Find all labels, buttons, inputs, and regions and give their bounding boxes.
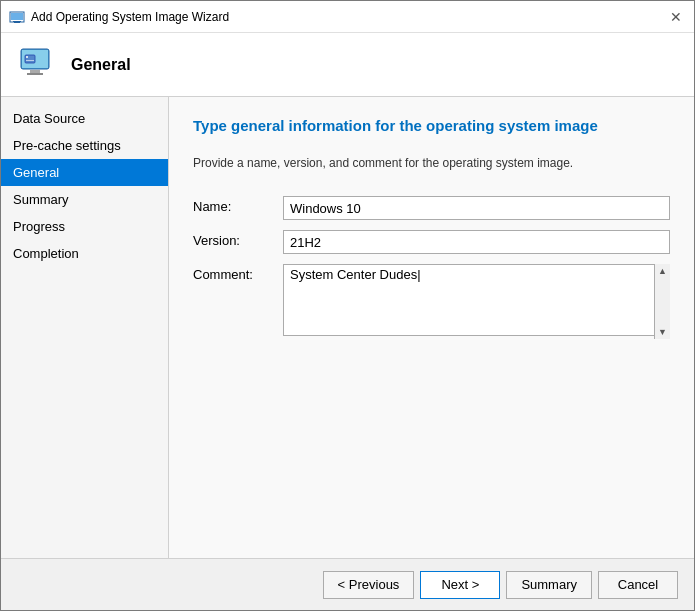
name-input[interactable] [283,196,670,220]
footer: < Previous Next > Summary Cancel [1,558,694,610]
header-section-title: General [71,56,131,74]
sidebar-item-pre-cache[interactable]: Pre-cache settings [1,132,168,159]
sidebar-item-general[interactable]: General [1,159,168,186]
window-icon [9,9,25,25]
comment-wrapper: System Center Dudes| ▲ ▼ [283,264,670,339]
comment-textarea[interactable]: System Center Dudes| [283,264,670,336]
title-bar: Add Operating System Image Wizard ✕ [1,1,694,33]
window-title: Add Operating System Image Wizard [31,10,229,24]
svg-rect-1 [11,13,23,20]
name-row: Name: [193,196,670,220]
svg-rect-10 [26,60,34,61]
main-title: Type general information for the operati… [193,117,670,134]
svg-rect-2 [13,21,21,22]
svg-rect-7 [27,73,43,75]
textarea-scrollbar[interactable]: ▲ ▼ [654,264,670,339]
summary-button[interactable]: Summary [506,571,592,599]
sidebar-item-progress[interactable]: Progress [1,213,168,240]
version-row: Version: [193,230,670,254]
svg-point-9 [26,56,28,58]
sub-description: Provide a name, version, and comment for… [193,156,670,170]
main-content: Type general information for the operati… [169,97,694,558]
scroll-down-arrow[interactable]: ▼ [658,327,667,337]
sidebar-item-summary[interactable]: Summary [1,186,168,213]
version-label: Version: [193,230,283,248]
header-area: General [1,33,694,97]
title-bar-left: Add Operating System Image Wizard [9,9,229,25]
next-button[interactable]: Next > [420,571,500,599]
svg-rect-6 [30,70,40,73]
comment-row: Comment: System Center Dudes| ▲ ▼ [193,264,670,339]
cancel-button[interactable]: Cancel [598,571,678,599]
wizard-window: Add Operating System Image Wizard ✕ Gene… [0,0,695,611]
comment-label: Comment: [193,264,283,282]
svg-rect-3 [14,22,20,23]
scroll-up-arrow[interactable]: ▲ [658,266,667,276]
header-icon [17,45,57,85]
close-button[interactable]: ✕ [666,7,686,27]
version-input[interactable] [283,230,670,254]
sidebar: Data Source Pre-cache settings General S… [1,97,169,558]
sidebar-item-data-source[interactable]: Data Source [1,105,168,132]
form-area: Name: Version: Comment: System Center Du… [193,196,670,339]
name-label: Name: [193,196,283,214]
sidebar-item-completion[interactable]: Completion [1,240,168,267]
previous-button[interactable]: < Previous [323,571,415,599]
content-area: Data Source Pre-cache settings General S… [1,97,694,558]
